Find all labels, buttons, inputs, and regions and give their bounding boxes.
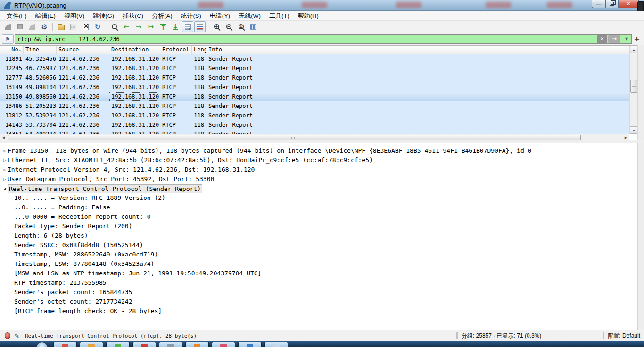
taskbar-app-button[interactable] — [212, 342, 235, 347]
expander-icon[interactable]: ▷ — [0, 165, 8, 174]
detail-line[interactable]: Length: 6 (28 bytes) — [0, 231, 637, 240]
detail-line-selected[interactable]: ◢Real-time Transport Control Protocol (S… — [0, 184, 637, 193]
clear-icon: ✕ — [600, 36, 604, 42]
stop-capture-button[interactable] — [14, 21, 25, 32]
menu-analyze[interactable]: 分析(A) — [148, 11, 176, 21]
resize-columns-button[interactable] — [248, 21, 259, 32]
expert-info-icon[interactable] — [5, 332, 10, 339]
packet-row[interactable]: 1224546.725987121.4.62.236192.168.31.120… — [0, 64, 629, 73]
detail-line[interactable]: Packet type: Sender Report (200) — [0, 222, 637, 231]
filter-clear-button[interactable]: ✕ — [597, 35, 607, 43]
zoom-out-button[interactable]: − — [223, 21, 234, 32]
close-button[interactable]: × — [618, 0, 639, 8]
menu-edit[interactable]: 编辑(E) — [31, 11, 60, 21]
filter-bookmark-button[interactable]: ⚑ — [2, 34, 14, 44]
vscroll-thumb[interactable] — [630, 80, 637, 93]
column-header-protocol[interactable]: Protocol — [160, 46, 192, 54]
packet-row[interactable]: 1277748.526056121.4.62.236192.168.31.120… — [0, 73, 629, 83]
packet-row[interactable]: 1414353.733704121.4.62.236192.168.31.120… — [0, 120, 629, 130]
expander-icon[interactable]: ▷ — [0, 156, 8, 165]
detail-line[interactable]: Sender SSRC: 0x08f8d4d8 (150525144) — [0, 240, 637, 250]
detail-line[interactable]: Sender's octet count: 2717734242 — [0, 297, 637, 306]
detail-line[interactable]: Timestamp, MSW: 2886522649 (0xac0cd719) — [0, 250, 637, 259]
zoom-in-button[interactable]: + — [211, 21, 222, 32]
column-header-no[interactable]: No. — [0, 46, 24, 54]
column-header-destination[interactable]: Destination — [109, 46, 160, 54]
expander-icon[interactable]: ◢ — [0, 184, 8, 193]
column-header-source[interactable]: Source — [57, 46, 109, 54]
detail-line[interactable]: Sender's packet count: 165844735 — [0, 288, 637, 297]
filter-apply-button[interactable]: → — [608, 35, 620, 43]
expander-icon[interactable]: ▷ — [0, 146, 8, 156]
menu-capture[interactable]: 捕获(C) — [118, 11, 148, 21]
cell-destination: 192.168.31.120 — [109, 64, 160, 73]
detail-line[interactable]: ▷Frame 13150: 118 bytes on wire (944 bit… — [0, 146, 637, 156]
taskbar-app-button[interactable] — [264, 342, 288, 347]
taskbar-app-button[interactable] — [238, 342, 262, 347]
detail-line[interactable]: 10.. .... = Version: RFC 1889 Version (2… — [0, 193, 637, 203]
menu-telephony[interactable]: 电话(Y) — [206, 11, 234, 21]
detail-line[interactable]: ...0 0000 = Reception report count: 0 — [0, 212, 637, 222]
start-capture-button[interactable] — [2, 21, 13, 32]
filter-add-button[interactable]: + — [632, 34, 642, 44]
menu-go[interactable]: 跳转(G) — [89, 11, 118, 21]
menu-file[interactable]: 文件(F) — [2, 11, 31, 21]
menu-tools[interactable]: 工具(T) — [265, 11, 294, 21]
scroll-down-arrow[interactable]: ▼ — [630, 126, 638, 134]
detail-line[interactable]: [MSW and LSW as NTP timestamp: Jun 21, 1… — [0, 269, 637, 278]
detail-line[interactable]: ▷Ethernet II, Src: XIAOMIE1_42:8a:5b (28… — [0, 156, 637, 165]
detail-line[interactable]: ▷User Datagram Protocol, Src Port: 45392… — [0, 174, 637, 184]
packet-list-vscrollbar[interactable]: ▲ ▼ — [629, 46, 637, 134]
expander-icon[interactable]: ▷ — [0, 174, 8, 184]
colorize-toggle[interactable] — [194, 21, 206, 32]
go-back-button[interactable]: ← — [121, 21, 132, 32]
start-button[interactable] — [36, 342, 48, 347]
go-first-packet-button[interactable]: ↑ — [157, 21, 169, 32]
auto-scroll-toggle[interactable] — [182, 21, 193, 32]
reload-file-button[interactable]: ↻ — [92, 21, 103, 32]
packet-row-selected[interactable]: 1315049.898560121.4.62.236192.168.31.120… — [0, 92, 629, 101]
detail-line[interactable]: [RTCP frame length check: OK - 28 bytes] — [0, 306, 637, 316]
packet-list-hscrollbar[interactable]: ◀ ▶ — [0, 134, 629, 141]
find-packet-button[interactable] — [108, 21, 120, 32]
profile-selector[interactable]: 配置: Default — [608, 332, 640, 340]
save-file-button[interactable]: 010 — [67, 21, 79, 32]
go-last-packet-button[interactable]: ↓ — [170, 21, 181, 32]
menu-wireless[interactable]: 无线(W) — [234, 11, 265, 21]
detail-line[interactable]: ..0. .... = Padding: False — [0, 203, 637, 212]
menu-statistics[interactable]: 统计(S) — [176, 11, 205, 21]
capture-options-button[interactable]: ⚙ — [39, 21, 50, 32]
packet-row[interactable]: 1348651.205283121.4.62.236192.168.31.120… — [0, 101, 629, 111]
close-file-button[interactable] — [80, 21, 91, 32]
restart-capture-button[interactable] — [26, 21, 38, 32]
taskbar-app-button[interactable] — [132, 342, 156, 347]
minimize-button[interactable]: — — [592, 0, 605, 8]
column-header-info[interactable]: Info — [206, 46, 629, 54]
packet-row[interactable]: 1189145.325456121.4.62.236192.168.31.120… — [0, 54, 629, 64]
detail-line[interactable]: Timestamp, LSW: 877804148 (0x34523a74) — [0, 259, 637, 269]
taskbar-app-button[interactable] — [80, 342, 103, 347]
capture-comment-icon[interactable]: ✎ — [14, 332, 19, 339]
menu-view[interactable]: 视图(V) — [60, 11, 89, 21]
open-file-button[interactable] — [55, 21, 66, 32]
detail-line[interactable]: RTP timestamp: 2137555985 — [0, 278, 637, 288]
taskbar-app-button[interactable] — [185, 342, 209, 347]
filter-dropdown-button[interactable]: ▼ — [622, 35, 631, 43]
scroll-up-arrow[interactable]: ▲ — [630, 46, 638, 53]
display-filter-input[interactable] — [15, 34, 632, 44]
taskbar-app-button[interactable] — [159, 342, 182, 347]
cell-time: 46.725987 — [24, 64, 57, 73]
detail-line[interactable]: ▷Internet Protocol Version 4, Src: 121.4… — [0, 165, 637, 174]
packet-row[interactable]: 1381252.539294121.4.62.236192.168.31.120… — [0, 111, 629, 120]
packet-row[interactable]: 1314949.898104121.4.62.236192.168.31.120… — [0, 83, 629, 92]
packet-row[interactable]: 1435154.409284121.4.62.236192.168.31.120… — [0, 130, 629, 134]
column-header-length[interactable]: Length — [192, 46, 206, 54]
go-forward-button[interactable]: → — [133, 21, 144, 32]
taskbar-app-button[interactable] — [53, 342, 77, 347]
menu-help[interactable]: 帮助(H) — [294, 11, 323, 21]
restore-button[interactable] — [605, 0, 618, 8]
zoom-original-button[interactable]: 1 — [235, 21, 247, 32]
go-to-packet-button[interactable]: ↦ — [145, 21, 157, 32]
taskbar-app-button[interactable] — [106, 342, 130, 347]
column-header-time[interactable]: Time — [24, 46, 57, 54]
